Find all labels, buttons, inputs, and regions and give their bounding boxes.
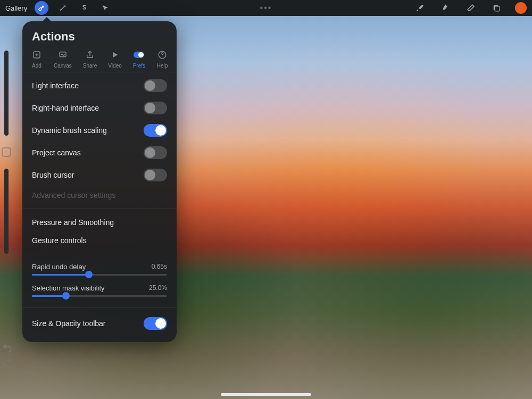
top-toolbar: Gallery ••• [0, 0, 532, 16]
rapid-undo-slider[interactable] [32, 274, 167, 276]
tab-video[interactable]: Video [108, 49, 121, 69]
gallery-button[interactable]: Gallery [5, 4, 27, 12]
right-hand-toggle[interactable] [144, 102, 167, 114]
share-icon [84, 49, 96, 61]
dynamic-brush-row[interactable]: Dynamic brush scaling [22, 119, 177, 142]
project-canvas-toggle[interactable] [144, 146, 167, 159]
pressure-smoothing-row[interactable]: Pressure and Smoothing [22, 213, 177, 231]
tab-prefs[interactable]: Prefs [133, 49, 145, 69]
row-label: Size & Opacity toolbar [32, 319, 106, 328]
canvas-icon [57, 49, 69, 61]
slider-label: Selection mask visibility [32, 284, 105, 292]
help-icon [156, 49, 168, 61]
dynamic-brush-toggle[interactable] [144, 124, 167, 137]
tab-add[interactable]: Add [31, 49, 43, 69]
tab-canvas[interactable]: Canvas [54, 49, 72, 69]
actions-popover: Actions Add Canvas Share Video Prefs Hel… [22, 21, 177, 342]
color-swatch[interactable] [515, 2, 527, 14]
move-cursor-icon[interactable] [98, 1, 112, 15]
mask-visibility-slider[interactable] [32, 295, 167, 297]
svg-rect-1 [495, 6, 500, 11]
actions-tabstrip: Add Canvas Share Video Prefs Help [22, 49, 177, 72]
opacity-slider[interactable] [4, 169, 9, 254]
popover-title: Actions [22, 21, 177, 49]
row-label: Dynamic brush scaling [32, 126, 107, 135]
brush-cursor-row[interactable]: Brush cursor [22, 164, 177, 186]
tab-label: Prefs [133, 63, 145, 69]
tab-help[interactable]: Help [156, 49, 168, 69]
slider-label: Rapid undo delay [32, 263, 86, 271]
divider [22, 209, 177, 209]
smudge-icon[interactable] [438, 1, 452, 15]
tab-share[interactable]: Share [83, 49, 97, 69]
gesture-controls-row[interactable]: Gesture controls [22, 231, 177, 250]
prefs-toggle-icon [133, 49, 145, 61]
svg-point-5 [138, 52, 144, 57]
slider-value: 25.0% [149, 284, 167, 292]
add-icon [31, 49, 43, 61]
tab-label: Canvas [54, 63, 72, 69]
rapid-undo-slider-row: Rapid undo delay 0.65s [22, 259, 177, 277]
row-label: Pressure and Smoothing [32, 218, 114, 227]
right-hand-row[interactable]: Right-hand interface [22, 97, 177, 119]
divider [22, 254, 177, 254]
row-label: Gesture controls [32, 236, 87, 245]
undo-icon[interactable] [2, 343, 13, 353]
size-opacity-toggle[interactable] [144, 317, 167, 330]
row-label: Advanced cursor settings [32, 191, 115, 200]
tab-label: Help [157, 63, 168, 69]
layers-icon[interactable] [489, 1, 503, 15]
mask-visibility-slider-row: Selection mask visibility 25.0% [22, 277, 177, 298]
video-play-icon [109, 49, 121, 61]
tab-label: Add [32, 63, 41, 69]
light-interface-toggle[interactable] [144, 79, 167, 92]
home-indicator[interactable] [221, 393, 311, 396]
row-label: Light interface [32, 81, 79, 90]
selection-s-icon[interactable] [77, 1, 91, 15]
project-canvas-row[interactable]: Project canvas [22, 142, 177, 164]
tab-label: Share [83, 63, 97, 69]
slider-value: 0.65s [152, 263, 167, 271]
magic-wand-icon[interactable] [56, 1, 70, 15]
size-opacity-toolbar-row[interactable]: Size & Opacity toolbar [22, 312, 177, 335]
row-label: Right-hand interface [32, 104, 99, 112]
brush-cursor-toggle[interactable] [144, 169, 167, 181]
divider [22, 307, 177, 308]
modifier-button[interactable] [2, 147, 11, 157]
eraser-icon[interactable] [464, 1, 478, 15]
wrench-icon[interactable] [35, 1, 48, 15]
redo-icon[interactable] [2, 356, 13, 367]
brush-icon[interactable] [413, 1, 427, 15]
overflow-menu-icon[interactable]: ••• [260, 3, 272, 13]
side-toolbar [0, 51, 13, 254]
tab-label: Video [108, 63, 121, 69]
row-label: Brush cursor [32, 171, 74, 179]
brush-size-slider[interactable] [4, 51, 9, 136]
advanced-cursor-row: Advanced cursor settings [22, 186, 177, 204]
row-label: Project canvas [32, 148, 81, 157]
light-interface-row[interactable]: Light interface [22, 74, 177, 97]
